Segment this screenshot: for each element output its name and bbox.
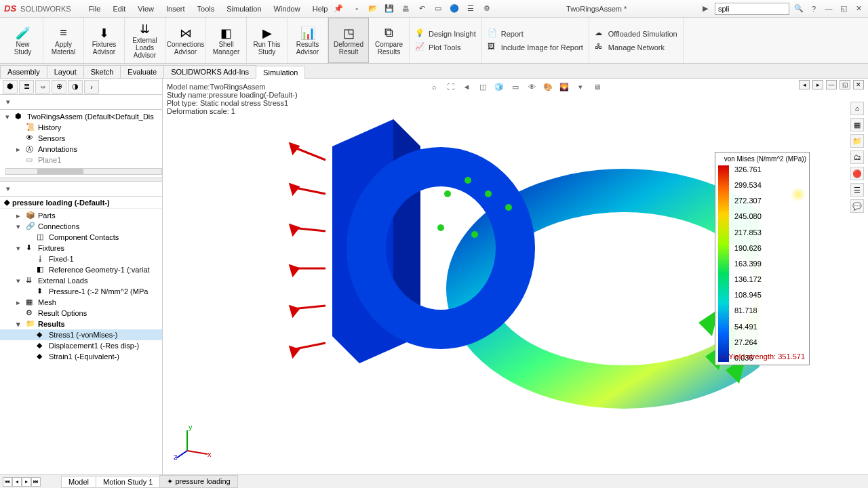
prev-view-icon[interactable]: ◄ [460, 80, 473, 94]
open-icon[interactable]: 📂 [367, 3, 379, 15]
search-input[interactable] [715, 3, 789, 15]
fm-tab-assembly-icon[interactable]: ⬢ [3, 80, 18, 94]
btab-last-icon[interactable]: ⏭ [31, 477, 41, 487]
study-node-strain1-equivalent-[interactable]: ◆Strain1 (-Equivalent-) [0, 351, 162, 362]
menu-help[interactable]: Help [307, 3, 334, 15]
ribbon-fixtures-advisor[interactable]: ⬇FixturesAdvisor [84, 18, 125, 63]
tp-resources-icon[interactable]: ▦ [850, 118, 864, 131]
tab-solidworks-add-ins[interactable]: SOLIDWORKS Add-Ins [163, 65, 256, 78]
btab-first-icon[interactable]: ⏮ [3, 477, 12, 487]
study-node-stress1-vonmises-[interactable]: ◆Stress1 (-vonMises-) [0, 329, 162, 340]
fm-tab-appearance-icon[interactable]: ◑ [68, 80, 83, 94]
menu-simulation[interactable]: Simulation [221, 3, 267, 15]
pin-icon[interactable]: 📌 [333, 3, 344, 14]
bottom-tab-pressure-loading[interactable]: ✦ pressure loading [159, 475, 237, 488]
tp-forum-icon[interactable]: 💬 [850, 199, 864, 213]
fm-tab-config-icon[interactable]: ≣ [19, 80, 34, 94]
menu-tools[interactable]: Tools [192, 3, 220, 15]
study-node-fixed-1[interactable]: ⭳Fixed-1 [0, 253, 162, 264]
menu-edit[interactable]: Edit [107, 3, 131, 15]
color-legend[interactable]: von Mises (N/mm^2 (MPa)) 326.761299.5342… [715, 152, 810, 365]
ribbon-new-study[interactable]: 🧪NewStudy [3, 18, 43, 63]
settings-icon[interactable]: ⚙ [481, 3, 493, 15]
ribbon-design-insight[interactable]: 💡Design Insight [415, 28, 476, 39]
display-style-icon[interactable]: ▭ [509, 80, 522, 94]
minimize-icon[interactable]: — [823, 3, 834, 14]
tab-evaluate[interactable]: Evaluate [120, 65, 164, 78]
viewport-close-icon[interactable]: ✕ [853, 80, 864, 89]
study-node-results[interactable]: ▾📁Results [0, 319, 162, 329]
print-icon[interactable]: 🖶 [399, 3, 412, 15]
save-icon[interactable]: 💾 [383, 3, 395, 15]
appearance-icon[interactable]: 🎨 [541, 80, 555, 94]
ribbon-plot-tools[interactable]: 📈Plot Tools [415, 42, 476, 53]
section-view-icon[interactable]: ◫ [476, 80, 490, 94]
study-node-result-options[interactable]: ⚙Result Options [0, 308, 162, 319]
tp-view-palette-icon[interactable]: 🗂 [850, 150, 864, 164]
tab-sketch[interactable]: Sketch [83, 65, 121, 78]
render-icon[interactable]: 🖥 [590, 80, 604, 94]
ribbon-connections-advisor[interactable]: ⋈ConnectionsAdvisor [165, 18, 206, 63]
ribbon-manage-network[interactable]: 🖧Manage Network [595, 42, 677, 53]
tp-properties-icon[interactable]: ☰ [850, 183, 864, 197]
zoom-area-icon[interactable]: ⛶ [443, 80, 457, 94]
tp-library-icon[interactable]: 📁 [850, 134, 864, 148]
study-node-displacement1-res-disp-[interactable]: ◆Displacement1 (-Res disp-) [0, 340, 162, 351]
view-settings-icon[interactable]: ▾ [574, 80, 587, 94]
study-node-fixtures[interactable]: ▾⬇Fixtures [0, 243, 162, 253]
menu-view[interactable]: View [132, 3, 159, 15]
viewport-prev-icon[interactable]: ◂ [799, 80, 810, 89]
scene-icon[interactable]: 🌄 [557, 80, 571, 94]
study-node-mesh[interactable]: ▸▦Mesh [0, 297, 162, 308]
tree-scrollbar[interactable] [5, 168, 162, 175]
ribbon-results-advisor[interactable]: 📊ResultsAdvisor [288, 18, 328, 63]
btab-next-icon[interactable]: ▸ [22, 477, 31, 487]
close-icon[interactable]: ✕ [853, 3, 864, 14]
ribbon-report[interactable]: 📄Report [488, 28, 583, 39]
tree-history[interactable]: 📜History [0, 122, 162, 133]
tree-plane[interactable]: ▭Plane1 [0, 155, 162, 165]
help-icon[interactable]: ? [808, 3, 819, 14]
tp-appearances-icon[interactable]: 🔴 [850, 167, 864, 180]
hide-show-icon[interactable]: 👁 [525, 80, 538, 94]
btab-prev-icon[interactable]: ◂ [12, 477, 22, 487]
ribbon-apply-material[interactable]: ≡ApplyMaterial [43, 18, 84, 63]
ribbon-include-image-for-report[interactable]: 🖼Include Image for Report [488, 42, 583, 53]
select-icon[interactable]: ▭ [432, 3, 444, 15]
ribbon-shell-manager[interactable]: ◧ShellManager [206, 18, 247, 63]
undo-icon[interactable]: ↶ [416, 3, 428, 15]
search-go-icon[interactable]: 🔍 [793, 3, 804, 14]
study-filter-icon[interactable]: ▾ [3, 184, 14, 195]
ribbon-deformed-result[interactable]: ◳DeformedResult [328, 18, 369, 63]
study-node-component-contacts[interactable]: ◫Component Contacts [0, 232, 162, 243]
menu-file[interactable]: File [83, 3, 106, 15]
menu-insert[interactable]: Insert [161, 3, 191, 15]
fm-tab-more-icon[interactable]: › [84, 80, 99, 94]
ribbon-offloaded-simulation[interactable]: ☁Offloaded Simulation [595, 28, 677, 39]
view-triad[interactable]: y x z [174, 420, 214, 461]
bottom-tab-motion-study-1[interactable]: Motion Study 1 [96, 476, 160, 488]
command-search-icon[interactable]: ▶ [700, 3, 711, 14]
fm-tab-property-icon[interactable]: ⎃ [35, 80, 50, 94]
new-icon[interactable]: ▫ [351, 3, 363, 15]
tp-home-icon[interactable]: ⌂ [850, 102, 864, 115]
rebuild-icon[interactable]: 🔵 [448, 3, 460, 15]
tree-root[interactable]: ▾⬢ TwoRingsAssem (Default<Default_Dis [0, 111, 162, 122]
viewport-next-icon[interactable]: ▸ [812, 80, 823, 89]
fm-tab-display-icon[interactable]: ⊕ [52, 80, 66, 94]
tab-layout[interactable]: Layout [47, 65, 84, 78]
ribbon-external-loads-advisor[interactable]: ⇊External LoadsAdvisor [125, 18, 165, 63]
ribbon-run-this-study[interactable]: ▶Run ThisStudy [247, 18, 288, 63]
tab-simulation[interactable]: Simulation [256, 66, 305, 79]
study-node-pressure-1-2-n-mm-2-mpa[interactable]: ⬍Pressure-1 (:-2 N/mm^2 (MPa [0, 286, 162, 297]
ribbon-compare-results[interactable]: ⧉CompareResults [369, 18, 410, 63]
study-node-parts[interactable]: ▸📦Parts [0, 210, 162, 221]
study-root[interactable]: ◆ pressure loading (-Default-) [0, 197, 162, 209]
view-orient-icon[interactable]: 🧊 [492, 80, 506, 94]
viewport-min-icon[interactable]: — [826, 80, 837, 89]
study-node-connections[interactable]: ▾🔗Connections [0, 221, 162, 232]
study-node-external-loads[interactable]: ▾⇊External Loads [0, 275, 162, 286]
tab-assembly[interactable]: Assembly [0, 65, 47, 78]
graphics-area[interactable]: ⌕ ⛶ ◄ ◫ 🧊 ▭ 👁 🎨 🌄 ▾ 🖥 ◂ ▸ — ◱ ✕ Model na… [163, 79, 868, 474]
menu-window[interactable]: Window [269, 3, 306, 15]
